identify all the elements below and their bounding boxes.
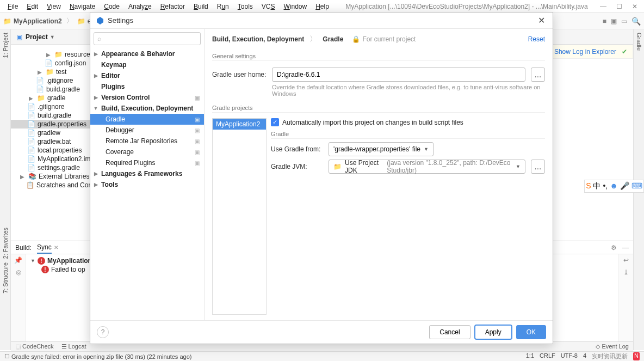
open-files-icon[interactable]: ▭ xyxy=(621,17,627,25)
gradle-project-list[interactable]: MyApplication2 xyxy=(212,118,267,315)
status-bar: ☐ Gradle sync failed: error in opening z… xyxy=(0,351,644,361)
cat-coverage[interactable]: Coverage▣ xyxy=(90,146,204,157)
settings-content: Build, Execution, Deployment 〉 Gradle 🔒F… xyxy=(205,29,553,320)
status-pos[interactable]: 1:1 xyxy=(526,352,534,360)
maximize-icon[interactable]: ☐ xyxy=(616,3,622,10)
label-use-gradle: Use Gradle from: xyxy=(271,145,323,153)
crumb-project[interactable]: 📁 MyApplication2 xyxy=(3,17,62,25)
chevron-down-icon: ▼ xyxy=(516,164,521,169)
cancel-button[interactable]: Cancel xyxy=(429,325,470,339)
help-button[interactable]: ? xyxy=(97,326,109,338)
ok-button[interactable]: OK xyxy=(516,325,546,339)
scroll-icon[interactable]: ⤓ xyxy=(623,268,629,276)
search-input[interactable] xyxy=(103,35,197,43)
cat-debugger[interactable]: Debugger▣ xyxy=(90,125,204,136)
menu-window[interactable]: Window xyxy=(279,2,311,11)
gear-icon[interactable]: ⚙ xyxy=(611,244,617,252)
cat-remotejar[interactable]: Remote Jar Repositories▣ xyxy=(90,136,204,146)
pin-icon[interactable]: 📌 xyxy=(14,256,22,264)
stop-icon[interactable]: ■ xyxy=(603,17,606,25)
status-crlf[interactable]: CRLF xyxy=(540,352,555,360)
settings-search[interactable]: ⌕ xyxy=(94,32,201,45)
menu-help[interactable]: Help xyxy=(311,2,333,11)
check-icon: ✔ xyxy=(622,48,627,56)
auto-import-checkbox[interactable]: ✓ xyxy=(271,118,279,126)
news-icon[interactable]: N xyxy=(633,352,640,360)
close-window-icon[interactable]: ✕ xyxy=(632,3,637,10)
browse-button[interactable]: … xyxy=(531,68,545,82)
show-log-link[interactable]: Show Log in Explorer xyxy=(554,48,616,56)
search-icon: ⌕ xyxy=(97,35,101,42)
tab-eventlog[interactable]: ◇ Event Log xyxy=(596,343,629,350)
menu-navigate[interactable]: Navigate xyxy=(65,2,100,11)
notification-bar: Show Log in Explorer ✔ xyxy=(548,45,633,59)
cat-vcs[interactable]: ▶Version Control▣ xyxy=(90,92,204,103)
scope-label: 🔒For current project xyxy=(352,35,416,43)
project-view-selector[interactable]: Project ▼ xyxy=(26,33,55,41)
wrap-icon[interactable]: ↩ xyxy=(623,256,629,264)
reset-link[interactable]: Reset xyxy=(528,35,545,43)
menu-vcs[interactable]: VCS xyxy=(257,2,280,11)
error-icon: ! xyxy=(41,266,49,273)
ime-toolbar[interactable]: S 中 •, ☻ 🎤 ⌨ xyxy=(584,180,644,193)
cat-gradle[interactable]: Gradle▣ xyxy=(90,114,204,125)
main-menu: File Edit View Navigate Code Analyze Ref… xyxy=(0,0,644,13)
window-title: MyApplication [...\10094\DevEcoStudioPro… xyxy=(333,3,600,10)
cat-reqplugins[interactable]: Required Plugins▣ xyxy=(90,157,204,168)
project-list-item[interactable]: MyApplication2 xyxy=(213,119,266,130)
target-icon[interactable]: ◎ xyxy=(16,268,21,276)
menu-analyze[interactable]: Analyze xyxy=(124,2,156,11)
jvm-browse-button[interactable]: … xyxy=(531,160,545,174)
chevron-right-icon: ▶ xyxy=(92,51,99,57)
chevron-right-icon: ▶ xyxy=(36,68,44,76)
ime-cn-icon[interactable]: 中 xyxy=(593,181,600,191)
menu-run[interactable]: Run xyxy=(213,2,233,11)
chevron-right-icon: ▶ xyxy=(92,182,99,187)
cat-lang[interactable]: ▶Languages & Frameworks xyxy=(90,168,204,179)
tab-gradle[interactable]: Gradle xyxy=(636,33,642,51)
minimize-panel-icon[interactable]: — xyxy=(622,244,629,252)
tab-project[interactable]: 1: Project xyxy=(2,33,9,58)
ime-s-icon[interactable]: S xyxy=(586,181,591,191)
ime-mic-icon[interactable]: 🎤 xyxy=(620,181,629,191)
cat-bed[interactable]: ▼Build, Execution, Deployment xyxy=(90,103,204,114)
ime-keyboard-icon[interactable]: ⌨ xyxy=(631,181,642,191)
tab-codecheck[interactable]: ⬚ CodeCheck xyxy=(15,343,54,350)
status-icon[interactable]: ☐ xyxy=(4,353,10,360)
cat-plugins[interactable]: Plugins xyxy=(90,81,204,92)
tab-sync[interactable]: Sync xyxy=(37,242,52,254)
app-logo-icon xyxy=(96,16,104,25)
status-spaces[interactable]: 4 xyxy=(583,352,586,360)
menu-edit[interactable]: Edit xyxy=(22,2,42,11)
menu-tools[interactable]: Tools xyxy=(233,2,257,11)
cat-keymap[interactable]: Keymap xyxy=(90,59,204,70)
cat-editor[interactable]: ▶Editor xyxy=(90,70,204,81)
menu-view[interactable]: View xyxy=(42,2,65,11)
tab-logcat[interactable]: ☰ Logcat xyxy=(61,343,86,350)
menu-code[interactable]: Code xyxy=(100,2,124,11)
use-gradle-select[interactable]: 'gradle-wrapper.properties' file ▼ xyxy=(329,142,434,156)
close-dialog-icon[interactable]: ✕ xyxy=(536,15,547,26)
auto-import-label: Automatically import this project on cha… xyxy=(282,119,463,126)
news-badge: 实时资讯更新 xyxy=(592,352,628,360)
gradle-user-home-input[interactable] xyxy=(272,68,525,82)
chevron-right-icon: ▶ xyxy=(27,94,35,102)
debug-config-icon[interactable]: ▣ xyxy=(611,17,617,25)
tab-favorites[interactable]: 2: Favorites xyxy=(2,228,9,259)
tab-structure[interactable]: 7: Structure xyxy=(2,262,9,293)
cat-tools[interactable]: ▶Tools xyxy=(90,179,204,190)
cat-appearance[interactable]: ▶Appearance & Behavior xyxy=(90,48,204,59)
close-tab-icon[interactable]: ✕ xyxy=(54,244,58,250)
menu-file[interactable]: File xyxy=(3,2,22,11)
chevron-right-icon: ▶ xyxy=(92,95,99,100)
gradle-jvm-select[interactable]: 📁 Use Project JDK (java version "1.8.0_2… xyxy=(329,160,525,174)
ime-punct-icon[interactable]: •, xyxy=(603,181,608,191)
apply-button[interactable]: Apply xyxy=(475,325,512,339)
status-enc[interactable]: UTF-8 xyxy=(561,352,578,360)
menu-refactor[interactable]: Refactor xyxy=(156,2,189,11)
minimize-icon[interactable]: — xyxy=(600,3,606,10)
chevron-right-icon: ▶ xyxy=(45,51,52,58)
menu-build[interactable]: Build xyxy=(189,2,213,11)
ime-smile-icon[interactable]: ☻ xyxy=(610,181,618,191)
search-icon[interactable]: 🔍 xyxy=(631,17,641,26)
